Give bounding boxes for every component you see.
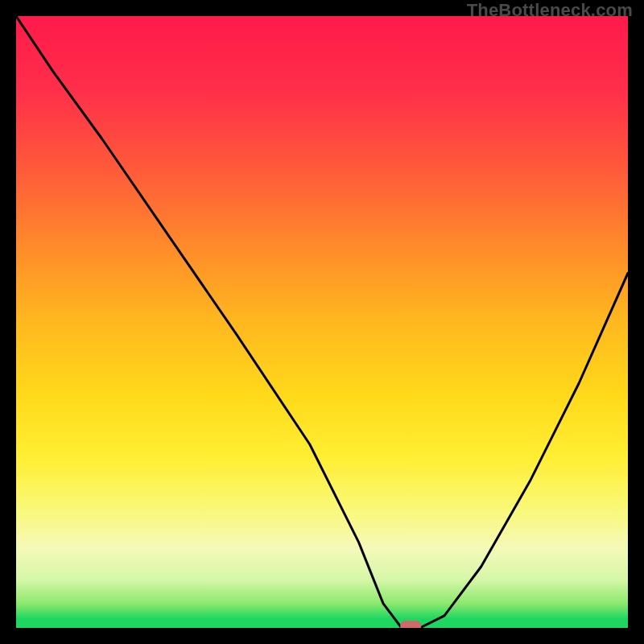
optimal-point-marker [400,621,421,628]
chart-overlay [16,16,628,628]
watermark-text: TheBottleneck.com [467,0,633,21]
chart-container: TheBottleneck.com [0,0,644,644]
bottleneck-curve-line [16,16,628,628]
